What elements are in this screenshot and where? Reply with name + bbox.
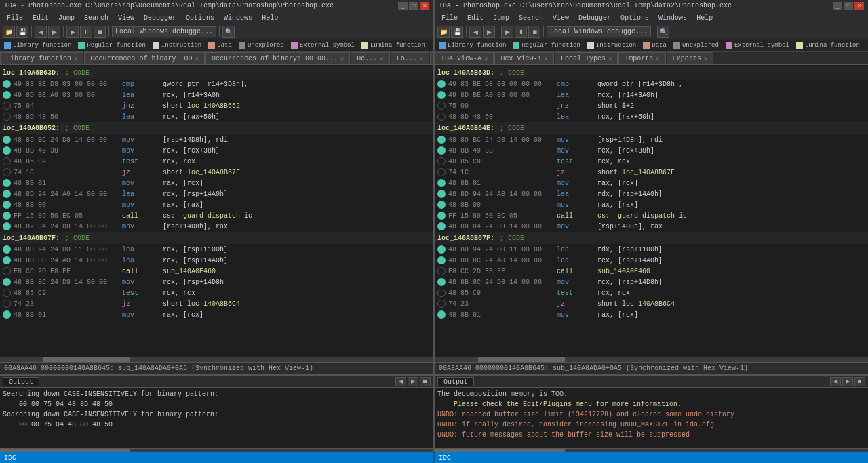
- output-tab-right[interactable]: Output: [437, 377, 474, 386]
- asm-row-mov5-left: 48 89 84 24 D8 14 00 00 mov [rsp+14D8h],…: [0, 221, 433, 232]
- tab-occ2-left[interactable]: Occurrences of binary: 00 00... ✕: [205, 52, 350, 64]
- hex-mov4-right: 48 8B 00: [448, 201, 557, 209]
- menu-edit-right[interactable]: Edit: [463, 14, 488, 22]
- menu-file-left[interactable]: File: [3, 14, 27, 22]
- menu-help-right[interactable]: Help: [692, 14, 717, 22]
- menu-options-left[interactable]: Options: [182, 14, 218, 22]
- menu-help-left[interactable]: Help: [258, 14, 282, 22]
- operands-mov4-left: rax, [rax]: [163, 201, 203, 209]
- output-btn1-right[interactable]: ◀: [830, 377, 841, 386]
- bullet-mov2-right: [437, 146, 446, 155]
- mnemonic-call2-right: call: [557, 268, 597, 275]
- menu-windows-right[interactable]: Windows: [654, 14, 691, 22]
- output-content-right[interactable]: The decomposition memory is TOO. Please …: [435, 388, 868, 448]
- tb-save-left[interactable]: 💾: [16, 26, 28, 38]
- comment-67f-right: ; CODE: [500, 235, 524, 242]
- menu-view-right[interactable]: View: [549, 14, 573, 22]
- menu-search-right[interactable]: Search: [515, 14, 547, 22]
- output-btn2-left[interactable]: ▶: [408, 377, 418, 386]
- tab-hex-view-close-right[interactable]: ✕: [544, 55, 547, 62]
- tab-ida-view-right[interactable]: IDA View-A ✕: [435, 52, 494, 64]
- output-btn3-left[interactable]: ⏹: [420, 377, 431, 386]
- tb-pause-right[interactable]: ⏸: [515, 26, 527, 38]
- output-content-left[interactable]: Searching down CASE-INSENSITIVELY for bi…: [0, 388, 433, 448]
- menu-search-left[interactable]: Search: [80, 14, 113, 22]
- tb-back-right[interactable]: ◀: [469, 26, 481, 38]
- tab-imports-close-right[interactable]: ✕: [656, 55, 659, 62]
- menu-debugger-right[interactable]: Debugger: [574, 14, 615, 22]
- hex-mov6-right: 48 8B 8C 24 D8 14 00 00: [448, 279, 557, 286]
- tb-run-left[interactable]: ▶: [66, 26, 79, 38]
- menu-view-left[interactable]: View: [114, 14, 138, 22]
- tb-back-left[interactable]: ◀: [35, 26, 47, 38]
- menu-windows-left[interactable]: Windows: [220, 14, 256, 22]
- operands-mov2-right: rcx, [rcx+38h]: [597, 147, 654, 155]
- menu-jump-right[interactable]: Jump: [489, 14, 513, 22]
- tab-occ1-close-left[interactable]: ✕: [195, 55, 198, 62]
- tab-exports-right[interactable]: Exports ✕: [667, 52, 713, 64]
- tab-local-types-right[interactable]: Local Types ✕: [555, 52, 618, 64]
- tab-he-close-left[interactable]: ✕: [380, 55, 383, 62]
- asm-row-mov1-left: 48 89 BC 24 D8 14 00 00 mov [rsp+14D8h],…: [0, 134, 433, 145]
- mnemonic-jz1-right: jz: [557, 169, 597, 176]
- status-bar-right: 00A8AA46 00000000140A8B645: sub_140A8ADA…: [435, 362, 868, 374]
- tab-occ1-left[interactable]: Occurrences of binary: 00 ✕: [84, 52, 204, 64]
- bottom-status-area: IDC IDC: [0, 452, 868, 463]
- tab-im-left[interactable]: Im... ✕: [430, 52, 435, 64]
- close-button-left[interactable]: ✕: [420, 2, 429, 10]
- legend-bar-right: Library function Regular function Instru…: [435, 39, 868, 52]
- tb-open-left[interactable]: 📁: [3, 26, 15, 38]
- menu-edit-left[interactable]: Edit: [28, 14, 53, 22]
- tb-fwd-left[interactable]: ▶: [48, 26, 60, 38]
- tb-pause-left[interactable]: ⏸: [80, 26, 92, 38]
- menu-debugger-left[interactable]: Debugger: [140, 14, 180, 22]
- output-pane-right: Output ◀ ▶ ⏹ The decomposition memory is…: [435, 376, 868, 452]
- mnemonic-lea1-right: lea: [557, 92, 597, 99]
- output-btn2-right[interactable]: ▶: [842, 377, 853, 386]
- tab-occ2-close-left[interactable]: ✕: [340, 55, 344, 62]
- tab-library-close-left[interactable]: ✕: [74, 55, 77, 62]
- tab-hex-view-right[interactable]: Hex View-1 ✕: [494, 52, 553, 64]
- tb-save-right[interactable]: 💾: [451, 26, 463, 38]
- tab-lo-close-left[interactable]: ✕: [420, 55, 423, 62]
- hex-mov3-left: 48 8B 01: [14, 180, 122, 187]
- menu-file-right[interactable]: File: [437, 14, 462, 22]
- tab-lo-left[interactable]: Lo... ✕: [391, 52, 429, 64]
- tb-search-right[interactable]: 🔍: [657, 26, 669, 38]
- tab-local-types-close-right[interactable]: ✕: [608, 55, 612, 62]
- tb-stop-right[interactable]: ⏹: [528, 26, 540, 38]
- tb-fwd-right[interactable]: ▶: [483, 26, 495, 38]
- label-row-652-left: loc_140A8B652: ; CODE: [0, 122, 433, 134]
- output-tab-left[interactable]: Output: [3, 377, 39, 386]
- output-btn1-left[interactable]: ◀: [395, 377, 406, 386]
- menu-jump-left[interactable]: Jump: [54, 14, 79, 22]
- output-btn3-right[interactable]: ⏹: [854, 377, 865, 386]
- comment-67f-left: ; CODE: [65, 235, 90, 242]
- maximize-button-right[interactable]: □: [844, 2, 853, 10]
- tb-run-right[interactable]: ▶: [501, 26, 513, 38]
- asm-view-right[interactable]: loc_140A8B63D: ; CODE 49 83 BE D8 03 00 …: [435, 65, 868, 357]
- toolbar-left: 📁 💾 ◀ ▶ ▶ ⏸ ⏹ Local Windows debugge... 🔍: [0, 24, 435, 39]
- tab-library-left[interactable]: Library function ✕: [0, 52, 83, 64]
- minimize-button-right[interactable]: _: [833, 2, 842, 10]
- scrollbar-h-right[interactable]: [435, 357, 868, 362]
- minimize-button-left[interactable]: _: [398, 2, 408, 10]
- close-button-right[interactable]: ✕: [854, 2, 864, 10]
- tb-open-right[interactable]: 📁: [437, 26, 450, 38]
- maximize-button-left[interactable]: □: [409, 2, 418, 10]
- tab-he-left[interactable]: He... ✕: [351, 52, 389, 64]
- menu-options-right[interactable]: Options: [616, 14, 653, 22]
- mnemonic-mov4-left: mov: [122, 201, 163, 209]
- asm-row-lea4-right: 48 8D 94 24 00 11 00 00 lea rdx, [rsp+11…: [435, 244, 868, 255]
- asm-view-left[interactable]: loc_140A8B63D: ; CODE 49 83 BE D8 03 00 …: [0, 65, 433, 357]
- tb-search-left[interactable]: 🔍: [222, 26, 235, 38]
- scrollbar-h-left[interactable]: [0, 357, 433, 362]
- operands-jz1-right: short loc_140A8B67F: [597, 169, 675, 176]
- asm-row-lea5-left: 48 8D 8C 24 A0 14 00 00 lea rcx, [rsp+14…: [0, 255, 433, 266]
- asm-row-call2-right: E8 CC 2D F8 FF call sub_140A0E460: [435, 266, 868, 277]
- tb-stop-left[interactable]: ⏹: [94, 26, 106, 38]
- tab-ida-view-close-right[interactable]: ✕: [484, 55, 488, 62]
- tab-exports-close-right[interactable]: ✕: [704, 55, 707, 62]
- comment-64e-right: ; CODE: [500, 125, 524, 132]
- tab-imports-right[interactable]: Imports ✕: [618, 52, 665, 64]
